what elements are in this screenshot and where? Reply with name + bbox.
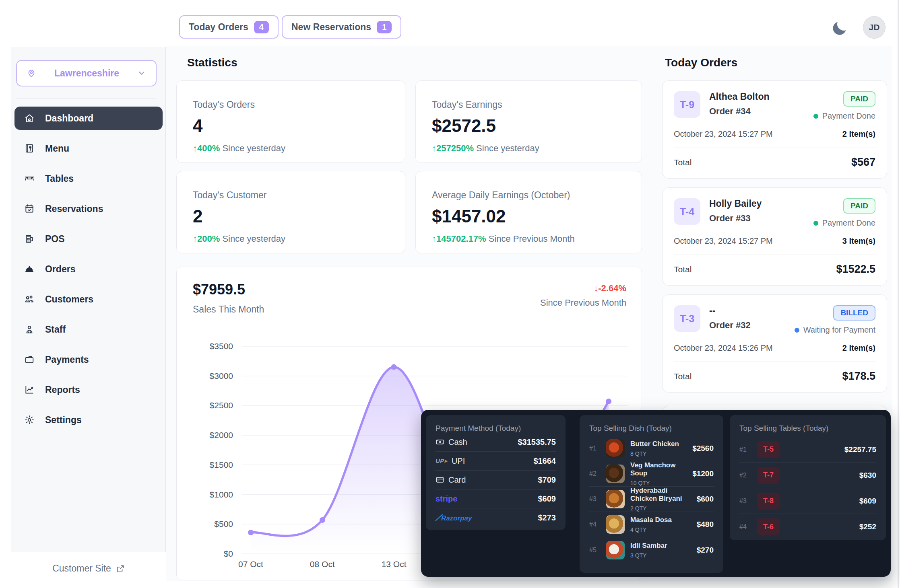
dish-row: #1 Butter Chicken 8 QTY $2560 (589, 436, 714, 461)
sidebar-item-tables[interactable]: Tables (14, 167, 163, 190)
payment-amount: $273 (538, 513, 556, 522)
dish-photo (606, 439, 625, 458)
x-axis-tick: 13 Oct (382, 559, 407, 569)
today-orders-button-label: Today Orders (189, 22, 248, 33)
sidebar-item-pos[interactable]: POS (14, 227, 163, 251)
new-reservations-button[interactable]: New Reservations 1 (282, 15, 401, 39)
table-badge: T-7 (757, 467, 780, 484)
y-axis-tick: $1000 (193, 490, 233, 500)
stat-card-label: Today's Customer (193, 190, 389, 201)
sidebar-item-staff[interactable]: Staff (14, 318, 163, 341)
order-total: $567 (851, 156, 875, 169)
chevron-down-icon (137, 69, 146, 78)
credit-card-icon (436, 475, 444, 484)
dish-row: #5 Idli Sambar 3 QTY $270 (589, 537, 714, 563)
sidebar-item-menu[interactable]: Menu (14, 137, 163, 160)
y-axis-tick: $3500 (193, 341, 233, 351)
dish-qty: 2 QTY (630, 505, 691, 512)
customer-name: Holly Bailey (709, 198, 762, 209)
new-reservations-button-label: New Reservations (291, 22, 371, 33)
upi-logo-icon: UP▸ (436, 457, 448, 465)
avatar[interactable]: JD (863, 16, 886, 39)
dish-name: Hyderabadi Chicken Biryani (630, 487, 691, 503)
total-label: Total (674, 265, 692, 274)
payment-amount: $609 (538, 494, 556, 504)
y-axis-tick: $0 (193, 549, 233, 559)
sidebar-nav: Dashboard Menu Tables Reservations (14, 107, 163, 438)
sales-total: $7959.5 (193, 281, 245, 298)
divider (674, 148, 875, 148)
sidebar-item-reservations[interactable]: Reservations (14, 197, 163, 220)
payment-status: Payment Done (822, 218, 875, 228)
order-card[interactable]: T-3 -- Order #32 BILLED Waiting for Paym… (662, 294, 887, 393)
payment-row: Cash $31535.75 (436, 433, 556, 452)
sidebar-item-customers[interactable]: Customers (14, 288, 163, 311)
payment-amount: $709 (538, 475, 556, 485)
table-rank: #2 (739, 472, 751, 479)
table-badge: T-4 (674, 198, 700, 225)
payment-status: Payment Done (822, 111, 875, 121)
table-row: #1 T-5 $2257.75 (739, 437, 876, 463)
payment-amount: $1664 (533, 456, 556, 466)
dish-qty: 4 QTY (630, 526, 691, 533)
sidebar-item-label: Tables (45, 173, 134, 184)
dish-amount: $480 (697, 520, 714, 529)
y-axis-tick: $1500 (193, 460, 233, 470)
x-axis-tick: 07 Oct (238, 559, 263, 569)
razorpay-logo-icon: ⟋Razorpay (436, 513, 472, 522)
cloche-icon (24, 264, 35, 274)
order-number: Order #34 (709, 106, 770, 117)
today-orders-title: Today Orders (665, 56, 737, 69)
sidebar-item-dashboard[interactable]: Dashboard (14, 107, 163, 130)
table-badge: T-3 (674, 305, 700, 332)
top-selling-tables-panel: Top Selling Tables (Today) #1 T-5 $2257.… (730, 415, 886, 540)
sidebar-item-label: Reservations (45, 204, 153, 214)
stat-card: Today's Orders 4 ↑400% Since yesterday (176, 80, 405, 163)
stat-card-label: Today's Earnings (432, 99, 625, 110)
order-date: October 23, 2024 15:26 PM (674, 343, 773, 353)
stripe-logo-icon: stripe (436, 494, 457, 504)
order-card[interactable]: T-9 Althea Bolton Order #34 PAID Payment… (662, 80, 887, 179)
dish-photo (606, 465, 625, 483)
sidebar-item-label: POS (45, 234, 153, 245)
sales-subtitle: Sales This Month (193, 304, 264, 315)
sidebar-item-payments[interactable]: Payments (14, 348, 163, 371)
customer-site-link[interactable]: Customer Site (11, 563, 166, 574)
payment-row: ⟋Razorpay $273 (436, 508, 556, 527)
sidebar-item-orders[interactable]: Orders (14, 257, 163, 281)
y-axis-tick: $500 (193, 519, 233, 529)
sidebar-item-settings[interactable]: Settings (14, 408, 163, 432)
customer-name: -- (709, 305, 751, 316)
order-card[interactable]: T-4 Holly Bailey Order #33 PAID Payment … (662, 187, 887, 286)
status-dot (813, 114, 818, 119)
stat-cards: Today's Orders 4 ↑400% Since yesterday T… (176, 80, 642, 253)
stat-card: Today's Customer 2 ↑200% Since yesterday (176, 171, 405, 253)
payment-status: Waiting for Payment (803, 325, 875, 335)
divider (674, 362, 875, 362)
sidebar-item-label: Customers (45, 294, 153, 305)
order-list: T-9 Althea Bolton Order #34 PAID Payment… (662, 80, 887, 401)
dish-rank: #3 (589, 495, 601, 503)
stat-card-value: $2572.5 (432, 116, 625, 136)
table-icon (24, 173, 35, 184)
chevron-down-icon (144, 265, 153, 273)
stat-card-delta: ↑145702.17% Since Previous Month (432, 234, 625, 244)
dish-rank: #2 (589, 470, 601, 477)
scrollbar[interactable] (898, 0, 899, 588)
location-selector[interactable]: Lawrenceshire (16, 60, 157, 86)
table-rank: #1 (739, 446, 751, 453)
today-orders-count-badge: 4 (254, 21, 269, 33)
top-tables-title: Top Selling Tables (Today) (739, 424, 876, 433)
dark-mode-moon-icon[interactable] (831, 19, 848, 37)
sidebar-item-reports[interactable]: Reports (14, 378, 163, 401)
customer-site-label: Customer Site (52, 563, 111, 574)
today-orders-button[interactable]: Today Orders 4 (179, 15, 279, 39)
order-items-count: 2 Item(s) (842, 130, 875, 139)
chevron-down-icon (144, 385, 153, 394)
table-amount: $630 (859, 471, 876, 480)
stat-card-label: Average Daily Earnings (October) (432, 190, 625, 201)
dish-amount: $600 (697, 495, 714, 504)
payment-amount: $31535.75 (518, 438, 556, 447)
order-total: $1522.5 (836, 263, 875, 275)
chevron-down-icon (144, 174, 153, 183)
